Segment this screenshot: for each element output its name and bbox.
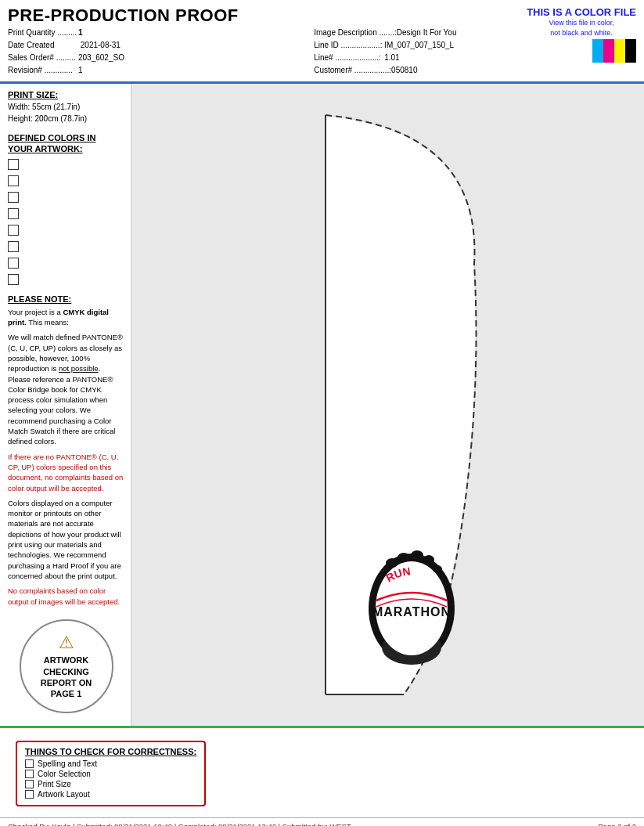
things-to-check: THINGS TO CHECK FOR CORRECTNESS: Spellin… bbox=[16, 741, 206, 806]
please-note-para2: We will match defined PANTONE® (C, U, CP… bbox=[8, 332, 124, 446]
header-center: Image Description .......: Design It For… bbox=[314, 27, 467, 77]
red-note-1: If there are no PANTONE® (C, U, CP, UP) … bbox=[8, 452, 124, 493]
page-number: Page 2 of 2 bbox=[598, 822, 636, 826]
color-checkbox-8 bbox=[8, 274, 124, 285]
header-left: PRE-PRODUCTION PROOF Print Quantity ....… bbox=[8, 6, 239, 77]
meta-revision: Revision# .............1 bbox=[8, 64, 239, 77]
meta-left: Print Quantity .........1 Date Created 2… bbox=[8, 27, 239, 77]
badge-text: ARTWORK CHECKING REPORT ON PAGE 1 bbox=[41, 655, 92, 699]
right-panel: REGISTRATION RUN bbox=[131, 84, 644, 726]
colors-title: DEFINED COLORS INYOUR ARTWORK: bbox=[8, 132, 124, 155]
svg-point-11 bbox=[423, 555, 434, 564]
main-body: PRINT SIZE: Width: 55cm (21.7in) Height:… bbox=[0, 84, 644, 728]
bottom-wrapper: THINGS TO CHECK FOR CORRECTNESS: Spellin… bbox=[0, 728, 644, 816]
color-file-sub: View this file in color,not black and wh… bbox=[527, 18, 636, 38]
svg-point-10 bbox=[411, 550, 423, 560]
colors-section: DEFINED COLORS INYOUR ARTWORK: bbox=[8, 132, 124, 285]
svg-text:MARATHON: MARATHON bbox=[372, 605, 450, 619]
color-checkbox-3 bbox=[8, 192, 124, 203]
svg-point-12 bbox=[433, 565, 442, 573]
please-note-para3: Colors displayed on a computer monitor o… bbox=[8, 498, 124, 581]
meta-date: Date Created 2021-08-31 bbox=[8, 39, 239, 52]
check-label-1: Spelling and Text bbox=[38, 759, 97, 768]
page-title: PRE-PRODUCTION PROOF bbox=[8, 6, 239, 25]
color-box-5[interactable] bbox=[8, 225, 19, 236]
check-item-2: Color Selection bbox=[25, 770, 196, 778]
check-label-2: Color Selection bbox=[38, 770, 91, 778]
bottom-inner: THINGS TO CHECK FOR CORRECTNESS: Spellin… bbox=[0, 728, 644, 816]
check-box-3[interactable] bbox=[25, 780, 34, 788]
warning-icon: ⚠ bbox=[59, 633, 74, 653]
check-label-4: Artwork Layout bbox=[38, 790, 90, 799]
check-box-1[interactable] bbox=[25, 759, 34, 768]
color-box-2[interactable] bbox=[8, 175, 19, 186]
meta-sales: Sales Order# .........203_602_SO bbox=[8, 52, 239, 64]
footer-text: Checked By: Kayla | Submitted: 08/31/202… bbox=[8, 822, 351, 826]
print-size-section: PRINT SIZE: Width: 55cm (21.7in) Height:… bbox=[8, 90, 124, 124]
color-checkbox-2 bbox=[8, 175, 124, 186]
color-file-label: THIS IS A COLOR FILE bbox=[527, 6, 636, 18]
print-height: Height: 200cm (78.7in) bbox=[8, 113, 124, 124]
color-bar-magenta bbox=[603, 39, 614, 63]
things-to-check-title: THINGS TO CHECK FOR CORRECTNESS: bbox=[25, 747, 196, 756]
color-box-1[interactable] bbox=[8, 159, 19, 170]
color-bar-cyan bbox=[592, 39, 603, 63]
header: PRE-PRODUCTION PROOF Print Quantity ....… bbox=[0, 0, 644, 84]
svg-point-9 bbox=[398, 553, 410, 562]
please-note-title: PLEASE NOTE: bbox=[8, 294, 124, 304]
flag-preview: REGISTRATION RUN bbox=[279, 107, 498, 702]
check-item-4: Artwork Layout bbox=[25, 790, 196, 799]
print-width: Width: 55cm (21.7in) bbox=[8, 101, 124, 113]
color-bar-black bbox=[625, 39, 636, 63]
left-panel: PRINT SIZE: Width: 55cm (21.7in) Height:… bbox=[0, 84, 131, 726]
meta-line-id: Line ID ..................: IM_007_007_1… bbox=[314, 39, 467, 52]
check-item-3: Print Size bbox=[25, 780, 196, 788]
color-checkbox-4 bbox=[8, 208, 124, 219]
red-note-2: No complaints based on color output of i… bbox=[8, 586, 124, 607]
footer: Checked By: Kayla | Submitted: 08/31/202… bbox=[0, 817, 644, 826]
color-bars bbox=[527, 39, 636, 63]
print-size-title: PRINT SIZE: bbox=[8, 90, 124, 99]
color-checkbox-6 bbox=[8, 241, 124, 252]
color-box-8[interactable] bbox=[8, 274, 19, 285]
color-checkboxes bbox=[8, 159, 124, 285]
color-checkbox-7 bbox=[8, 258, 124, 269]
color-box-4[interactable] bbox=[8, 208, 19, 219]
color-box-3[interactable] bbox=[8, 192, 19, 203]
meta-image-desc: Image Description .......: Design It For… bbox=[314, 27, 467, 39]
meta-quantity: Print Quantity .........1 bbox=[8, 27, 239, 39]
check-item-1: Spelling and Text bbox=[25, 759, 196, 768]
please-note-para1: Your project is a CMYK digital print. Th… bbox=[8, 307, 124, 328]
color-box-6[interactable] bbox=[8, 241, 19, 252]
meta-line-num: Line# ....................: 1.01 bbox=[314, 52, 467, 64]
color-bar-yellow bbox=[614, 39, 625, 63]
please-note-section: PLEASE NOTE: Your project is a CMYK digi… bbox=[8, 294, 124, 607]
artwork-badge: ⚠ ARTWORK CHECKING REPORT ON PAGE 1 bbox=[20, 619, 113, 713]
check-label-3: Print Size bbox=[38, 780, 71, 788]
meta-customer: Customer# ................: 050810 bbox=[314, 64, 467, 77]
check-box-2[interactable] bbox=[25, 770, 34, 778]
check-box-4[interactable] bbox=[25, 790, 34, 799]
color-checkbox-1 bbox=[8, 159, 124, 170]
color-checkbox-5 bbox=[8, 225, 124, 236]
header-right: THIS IS A COLOR FILE View this file in c… bbox=[527, 6, 636, 63]
flag-svg: REGISTRATION RUN bbox=[279, 107, 498, 702]
color-box-7[interactable] bbox=[8, 258, 19, 269]
svg-point-8 bbox=[386, 558, 398, 568]
